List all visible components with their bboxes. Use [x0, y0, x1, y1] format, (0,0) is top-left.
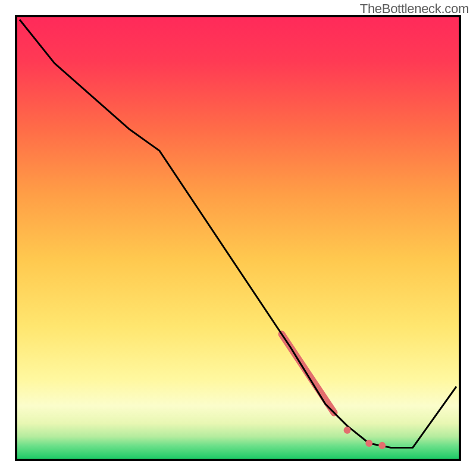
- watermark-text: TheBottleneck.com: [360, 1, 469, 17]
- marker-layer: [344, 427, 386, 449]
- chart-container: TheBottleneck.com: [0, 0, 476, 476]
- marker-dot-3: [378, 442, 386, 449]
- bottleneck-curve-path: [20, 20, 456, 447]
- curve-layer: [20, 20, 456, 447]
- highlight-layer: [281, 334, 334, 412]
- chart-svg: [17, 17, 459, 459]
- plot-area: [15, 15, 461, 461]
- marker-dot-2: [365, 440, 372, 447]
- marker-dot-1: [344, 427, 351, 434]
- highlight-segment-thick: [281, 334, 334, 412]
